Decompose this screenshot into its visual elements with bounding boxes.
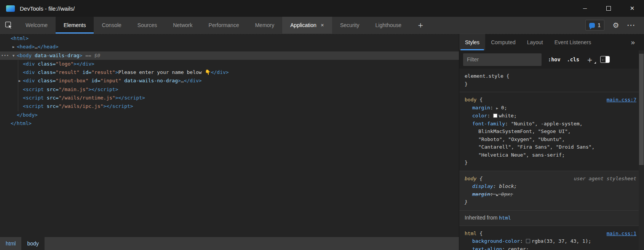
style-line[interactable]: "Cantarell", "Fira Sans", "Droid Sans", (459, 143, 644, 151)
style-line[interactable]: margin: ▶ 8px; (459, 191, 644, 199)
dom-row[interactable]: </body> (0, 111, 459, 119)
dom-row[interactable]: <script src="/wails/ipc.js"></script> (0, 102, 459, 111)
styles-filter-input[interactable] (463, 53, 542, 66)
tab-label: Performance (209, 22, 239, 28)
dom-row[interactable]: <html> (0, 34, 459, 43)
collapsed-arrow-icon[interactable]: ▶ (17, 77, 22, 85)
window-controls: ─ ✕ (573, 0, 644, 17)
minimize-icon: ─ (583, 5, 587, 11)
tab-lighthouse[interactable]: Lighthouse (368, 17, 410, 34)
devtools-tabbar: WelcomeElementsConsoleSourcesNetworkPerf… (0, 17, 644, 34)
inherited-element-link[interactable]: html (499, 215, 511, 221)
tab-label: Elements (64, 22, 86, 28)
stylesheet-link[interactable]: main.css:7 (607, 96, 636, 104)
styles-toolbar: :hov .cls ＋ ← (459, 50, 644, 69)
sidebar-tab-computed[interactable]: Computed (485, 34, 521, 50)
dom-row[interactable]: <script src="/main.js"></script> (0, 85, 459, 94)
settings-button[interactable]: ⚙ (608, 21, 623, 30)
tab-console[interactable]: Console (94, 17, 129, 34)
dom-row[interactable]: </html> (0, 119, 459, 128)
dom-row[interactable]: •••▼<body data-wails-drag> == $0 (0, 51, 459, 60)
tab-application[interactable]: Application✕ (282, 17, 332, 34)
style-rules-list: element.style {}main.css:7body {margin: … (459, 69, 644, 250)
breadcrumb-body[interactable]: body (21, 237, 44, 250)
tab-memory[interactable]: Memory (247, 17, 283, 34)
color-swatch[interactable] (493, 114, 497, 118)
inspect-cursor-icon (5, 21, 13, 29)
style-line[interactable]: "Helvetica Neue", sans-serif; (459, 151, 644, 159)
style-line[interactable]: element.style { (459, 72, 644, 80)
style-line[interactable]: user agent stylesheetbody { (459, 175, 644, 183)
tab-label: Console (102, 22, 121, 28)
sidebar-tabs: StylesComputedLayoutEvent Listeners (459, 34, 597, 50)
tab-label: Security (340, 22, 360, 28)
inherited-from-header: Inherited from html (459, 211, 644, 226)
tab-performance[interactable]: Performance (201, 17, 247, 34)
style-line[interactable]: background-color: rgba(33, 37, 43, 1); (459, 237, 644, 245)
dom-row[interactable]: ▶<div class="input-box" id="input" data-… (0, 77, 459, 85)
style-line[interactable]: } (459, 80, 644, 88)
dom-row[interactable]: ▶<head>…</head> (0, 43, 459, 51)
stylesheet-link[interactable]: main.css:1 (607, 230, 636, 238)
new-style-rule-button[interactable]: ＋ (586, 56, 594, 64)
scrollbar-thumb[interactable] (639, 54, 644, 165)
style-line[interactable]: color: white; (459, 112, 644, 120)
breadcrumb: htmlbody (0, 237, 459, 250)
more-dots-icon: ⋯ (627, 20, 636, 30)
toggle-computed-sidebar-button[interactable]: ← (600, 56, 610, 63)
style-line[interactable]: } (459, 159, 644, 167)
arrow-left-icon: ← (601, 58, 605, 61)
dom-row[interactable]: <div class="result" id="result">Please e… (0, 68, 459, 77)
style-line[interactable]: display: block; (459, 183, 644, 191)
maximize-button[interactable] (597, 0, 620, 17)
style-line[interactable]: "Roboto", "Oxygen", "Ubuntu", (459, 136, 644, 144)
dom-row[interactable]: <div class="logo"></div> (0, 60, 459, 68)
customize-menu-button[interactable]: ⋯ (623, 20, 639, 30)
expanded-arrow-icon[interactable]: ▼ (11, 51, 16, 60)
tab-welcome[interactable]: Welcome (18, 17, 56, 34)
inherited-label: Inherited from (465, 215, 499, 221)
minimize-button[interactable]: ─ (573, 0, 597, 17)
style-line[interactable]: main.css:1html { (459, 230, 644, 238)
tab-label: Memory (255, 22, 275, 28)
tab-security[interactable]: Security (332, 17, 368, 34)
style-line[interactable]: text-align: center; (459, 245, 644, 250)
tab-elements[interactable]: Elements (56, 17, 94, 34)
dom-tree: <html>▶<head>…</head>•••▼<body data-wail… (0, 34, 459, 237)
close-button[interactable]: ✕ (620, 0, 644, 17)
tab-label: Sources (137, 22, 157, 28)
plus-icon: ＋ (586, 55, 594, 64)
maximize-icon (606, 6, 611, 11)
sidebar-tab-styles[interactable]: Styles (459, 34, 485, 50)
issues-counter-button[interactable]: 1 (585, 20, 604, 30)
style-line[interactable]: BlinkMacSystemFont, "Segoe UI", (459, 128, 644, 136)
style-rule-section: element.style {} (459, 69, 644, 92)
element-classes-button[interactable]: .cls (567, 56, 580, 62)
tab-network[interactable]: Network (165, 17, 200, 34)
sidebar-overflow-button[interactable]: » (631, 34, 635, 50)
style-line[interactable]: margin: ▶ 0; (459, 104, 644, 112)
tab-label: Welcome (26, 22, 48, 28)
sidebar-tab-label: Event Listeners (555, 39, 591, 45)
tab-sources[interactable]: Sources (129, 17, 165, 34)
style-line[interactable]: font-family: "Nunito", -apple-system, (459, 120, 644, 128)
breadcrumb-html[interactable]: html (0, 237, 21, 250)
sidebar-tab-label: Computed (491, 39, 516, 45)
issues-bubble-icon (589, 23, 595, 28)
dom-row[interactable]: <script src="/wails/runtime.js"></script… (0, 94, 459, 102)
sidebar-tab-layout[interactable]: Layout (521, 34, 549, 50)
style-line[interactable]: } (459, 199, 644, 207)
inspect-element-button[interactable] (0, 17, 18, 34)
style-line[interactable]: main.css:7body { (459, 96, 644, 104)
style-rule-section: user agent stylesheetbody {display: bloc… (459, 171, 644, 211)
ua-stylesheet-note: user agent stylesheet (574, 175, 636, 183)
sidebar-tab-event-listeners[interactable]: Event Listeners (549, 34, 597, 50)
toggle-element-state-button[interactable]: :hov (548, 56, 561, 62)
collapsed-arrow-icon[interactable]: ▶ (11, 43, 16, 51)
more-tabs-button[interactable]: ＋ (409, 17, 431, 34)
close-tab-icon[interactable]: ✕ (321, 23, 324, 28)
devtools-app-icon (6, 5, 15, 12)
color-swatch[interactable] (526, 239, 530, 243)
styles-scrollbar[interactable] (639, 50, 644, 250)
window-title: DevTools - file://wails/ (20, 5, 75, 12)
